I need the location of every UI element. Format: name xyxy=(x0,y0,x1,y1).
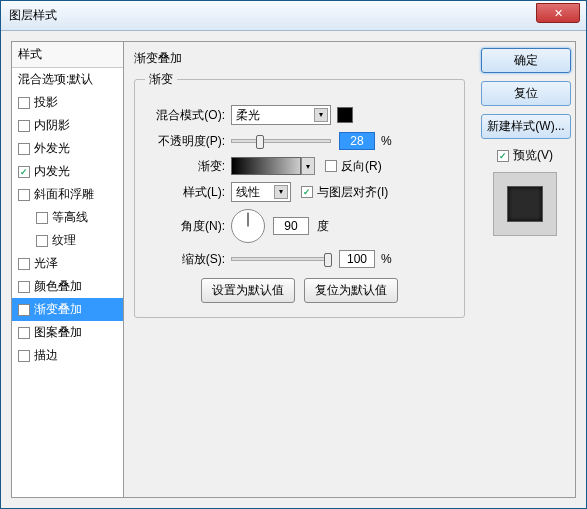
panel-title: 渐变叠加 xyxy=(134,50,465,67)
scale-label: 缩放(S): xyxy=(145,251,225,268)
checkbox[interactable] xyxy=(18,143,30,155)
style-list: 样式 混合选项:默认 投影 内阴影 外发光 内发光 斜面和浮雕 等高线 纹理 光… xyxy=(12,42,124,497)
style-item-bevel[interactable]: 斜面和浮雕 xyxy=(12,183,123,206)
slider-thumb[interactable] xyxy=(324,253,332,267)
style-item-texture[interactable]: 纹理 xyxy=(12,229,123,252)
angle-input[interactable]: 90 xyxy=(273,217,309,235)
style-item-drop-shadow[interactable]: 投影 xyxy=(12,91,123,114)
gradient-dropdown-icon[interactable]: ▾ xyxy=(301,157,315,175)
style-item-stroke[interactable]: 描边 xyxy=(12,344,123,367)
style-item-outer-glow[interactable]: 外发光 xyxy=(12,137,123,160)
gradient-label: 渐变: xyxy=(145,158,225,175)
blend-options-row[interactable]: 混合选项:默认 xyxy=(12,68,123,91)
style-item-inner-shadow[interactable]: 内阴影 xyxy=(12,114,123,137)
reset-default-button[interactable]: 复位为默认值 xyxy=(304,278,398,303)
opacity-unit: % xyxy=(381,134,392,148)
right-column: 确定 复位 新建样式(W)... 预览(V) xyxy=(475,42,575,497)
blend-mode-row: 混合模式(O): 柔光 ▾ xyxy=(145,105,454,125)
reverse-checkbox[interactable] xyxy=(325,160,337,172)
checkbox[interactable] xyxy=(18,120,30,132)
slider-thumb[interactable] xyxy=(256,135,264,149)
blend-options-label: 混合选项:默认 xyxy=(18,71,93,88)
scale-unit: % xyxy=(381,252,392,266)
checkbox[interactable] xyxy=(18,327,30,339)
scale-input[interactable]: 100 xyxy=(339,250,375,268)
settings-panel: 渐变叠加 渐变 混合模式(O): 柔光 ▾ 不透明度(P): xyxy=(124,42,475,497)
gradient-group: 渐变 混合模式(O): 柔光 ▾ 不透明度(P): 28 % xyxy=(134,71,465,318)
gradient-row: 渐变: ▾ 反向(R) xyxy=(145,157,454,175)
scale-row: 缩放(S): 100 % xyxy=(145,250,454,268)
style-item-satin[interactable]: 光泽 xyxy=(12,252,123,275)
new-style-button[interactable]: 新建样式(W)... xyxy=(481,114,571,139)
opacity-input[interactable]: 28 xyxy=(339,132,375,150)
preview-box xyxy=(493,172,557,236)
cancel-button[interactable]: 复位 xyxy=(481,81,571,106)
opacity-row: 不透明度(P): 28 % xyxy=(145,132,454,150)
checkbox[interactable] xyxy=(36,212,48,224)
chevron-down-icon: ▾ xyxy=(274,185,288,199)
blend-mode-select[interactable]: 柔光 ▾ xyxy=(231,105,331,125)
angle-label: 角度(N): xyxy=(145,218,225,235)
style-item-color-overlay[interactable]: 颜色叠加 xyxy=(12,275,123,298)
style-item-gradient-overlay[interactable]: 渐变叠加 xyxy=(12,298,123,321)
angle-dial[interactable] xyxy=(231,209,265,243)
preview-toggle-row: 预览(V) xyxy=(481,147,569,164)
scale-slider[interactable] xyxy=(231,257,331,261)
ok-button[interactable]: 确定 xyxy=(481,48,571,73)
style-row: 样式(L): 线性 ▾ 与图层对齐(I) xyxy=(145,182,454,202)
close-button[interactable]: ✕ xyxy=(536,3,580,23)
reverse-label: 反向(R) xyxy=(341,158,382,175)
blend-mode-label: 混合模式(O): xyxy=(145,107,225,124)
checkbox[interactable] xyxy=(18,97,30,109)
layer-style-dialog: 图层样式 ✕ 样式 混合选项:默认 投影 内阴影 外发光 内发光 斜面和浮雕 等… xyxy=(0,0,587,509)
checkbox[interactable] xyxy=(18,350,30,362)
align-label: 与图层对齐(I) xyxy=(317,184,388,201)
content-area: 样式 混合选项:默认 投影 内阴影 外发光 内发光 斜面和浮雕 等高线 纹理 光… xyxy=(1,31,586,508)
checkbox[interactable] xyxy=(18,258,30,270)
preview-swatch xyxy=(507,186,543,222)
checkbox[interactable] xyxy=(36,235,48,247)
style-item-contour[interactable]: 等高线 xyxy=(12,206,123,229)
window-title: 图层样式 xyxy=(9,7,57,24)
titlebar[interactable]: 图层样式 ✕ xyxy=(1,1,586,31)
preview-label: 预览(V) xyxy=(513,147,553,164)
style-list-header[interactable]: 样式 xyxy=(12,42,123,68)
angle-unit: 度 xyxy=(317,218,329,235)
align-checkbox[interactable] xyxy=(301,186,313,198)
checkbox[interactable] xyxy=(18,304,30,316)
group-legend: 渐变 xyxy=(145,71,177,88)
opacity-label: 不透明度(P): xyxy=(145,133,225,150)
style-item-inner-glow[interactable]: 内发光 xyxy=(12,160,123,183)
checkbox[interactable] xyxy=(18,281,30,293)
gradient-swatch[interactable] xyxy=(231,157,301,175)
default-buttons-row: 设置为默认值 复位为默认值 xyxy=(145,278,454,303)
style-select[interactable]: 线性 ▾ xyxy=(231,182,291,202)
preview-checkbox[interactable] xyxy=(497,150,509,162)
inner-panel: 样式 混合选项:默认 投影 内阴影 外发光 内发光 斜面和浮雕 等高线 纹理 光… xyxy=(11,41,576,498)
set-default-button[interactable]: 设置为默认值 xyxy=(201,278,295,303)
checkbox[interactable] xyxy=(18,189,30,201)
checkbox[interactable] xyxy=(18,166,30,178)
color-swatch[interactable] xyxy=(337,107,353,123)
opacity-slider[interactable] xyxy=(231,139,331,143)
style-item-pattern-overlay[interactable]: 图案叠加 xyxy=(12,321,123,344)
style-label: 样式(L): xyxy=(145,184,225,201)
angle-row: 角度(N): 90 度 xyxy=(145,209,454,243)
chevron-down-icon: ▾ xyxy=(314,108,328,122)
